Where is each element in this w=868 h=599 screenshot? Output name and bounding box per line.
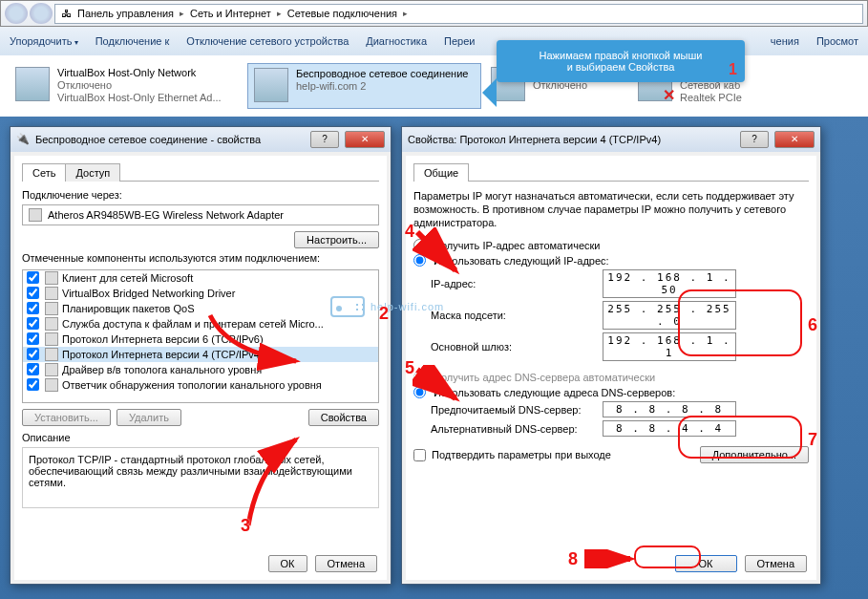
annotation-number: 2: [379, 304, 389, 324]
annotation-arrow: [584, 549, 637, 568]
annotation-oval: [634, 546, 701, 568]
tab-network[interactable]: Сеть: [22, 163, 66, 182]
annotation-number: 1: [729, 61, 737, 78]
connect-to-button[interactable]: Подключение к: [95, 35, 170, 47]
annotation-number: 3: [241, 516, 250, 536]
adapter-name: Atheros AR9485WB-EG Wireless Network Ada…: [48, 209, 284, 221]
annotation-arrow: [191, 306, 382, 392]
connection-device: help-wifi.com 2: [296, 80, 468, 93]
uninstall-button[interactable]: Удалить: [116, 409, 181, 426]
ok-button[interactable]: ОК: [268, 555, 307, 572]
component-icon: [45, 302, 58, 315]
component-label: Планировщик пакетов QoS: [62, 303, 195, 314]
annotation-tooltip: Нажимаем правой кнопкой мыши и выбираем …: [497, 40, 745, 82]
component-icon: [45, 332, 58, 346]
crumb[interactable]: Панель управления: [75, 8, 176, 19]
annotation-number: 4: [405, 222, 414, 242]
tab-access[interactable]: Доступ: [65, 163, 120, 182]
adapter-icon: [29, 208, 42, 222]
gateway-label: Основной шлюз:: [431, 341, 603, 353]
component-icon: [45, 378, 58, 392]
component-icon: [45, 363, 58, 376]
connection-title: VirtualBox Host-Only Network: [57, 67, 222, 79]
nav-forward-button[interactable]: [30, 3, 53, 24]
configure-button[interactable]: Настроить...: [294, 231, 379, 248]
connection-item[interactable]: VirtualBox Host-Only Network Отключено V…: [10, 63, 243, 109]
close-button[interactable]: ✕: [345, 131, 385, 148]
nav-back-button[interactable]: [5, 3, 28, 24]
component-label: Клиент для сетей Microsoft: [62, 272, 193, 284]
component-checkbox[interactable]: [27, 332, 39, 345]
dialog-title: Свойства: Протокол Интернета версии 4 (T…: [408, 134, 661, 145]
component-icon: [45, 348, 58, 361]
components-label: Отмеченные компоненты используются этим …: [22, 252, 379, 264]
close-button[interactable]: ✕: [774, 131, 815, 148]
rename-button-partial[interactable]: Переи: [444, 35, 475, 47]
component-icon: [45, 287, 58, 300]
help-button[interactable]: ?: [310, 131, 339, 148]
dialog-title-bar: 🔌 Беспроводное сетевое соединение - свой…: [11, 127, 391, 152]
component-checkbox[interactable]: [27, 363, 39, 375]
dialog-title: Беспроводное сетевое соединение - свойст…: [35, 134, 261, 145]
ip-note: Параметры IP могут назначаться автоматич…: [413, 189, 809, 230]
address-bar: 🖧 Панель управления▸ Сеть и Интернет▸ Се…: [0, 0, 868, 27]
folder-icon: 🖧: [61, 8, 72, 19]
cancel-button[interactable]: Отмена: [315, 555, 377, 572]
connection-device: Realtek PCIe: [680, 92, 742, 104]
organize-menu[interactable]: Упорядочить: [10, 35, 78, 47]
annotation-number: 5: [405, 358, 414, 378]
component-checkbox[interactable]: [27, 287, 39, 299]
connection-item-selected[interactable]: Беспроводное сетевое соединение help-wif…: [247, 63, 481, 109]
connection-status: Отключено: [57, 79, 222, 92]
crumb[interactable]: Сеть и Интернет: [188, 8, 273, 19]
tooltip-line: Нажимаем правой кнопкой мыши: [508, 50, 733, 61]
view-button-partial[interactable]: Просмот: [816, 35, 858, 47]
annotation-number: 6: [808, 315, 817, 335]
mask-label: Маска подсети:: [431, 310, 603, 321]
annotation-arrow: [413, 365, 470, 408]
network-icon: [15, 67, 50, 101]
connection-title: Беспроводное сетевое соединение: [296, 68, 468, 80]
confirm-exit-checkbox[interactable]: [413, 449, 426, 461]
connection-device: VirtualBox Host-Only Ethernet Ad...: [57, 92, 222, 104]
tooltip-line: и выбираем Свойства: [508, 61, 733, 73]
component-icon: [45, 317, 58, 331]
wifi-icon: [254, 68, 288, 102]
change-button-partial[interactable]: чения: [771, 35, 799, 47]
component-label: VirtualBox Bridged Networking Driver: [62, 288, 235, 299]
confirm-exit-label: Подтвердить параметры при выходе: [432, 449, 611, 460]
annotation-number: 7: [808, 430, 817, 450]
diagnose-button[interactable]: Диагностика: [366, 35, 427, 47]
help-button[interactable]: ?: [740, 131, 769, 148]
component-icon: [45, 271, 58, 285]
component-checkbox[interactable]: [27, 317, 39, 330]
annotation-oval: [678, 289, 802, 356]
properties-button[interactable]: Свойства: [308, 409, 379, 426]
annotation-oval: [678, 416, 802, 459]
install-button[interactable]: Установить...: [22, 409, 111, 426]
crumb[interactable]: Сетевые подключения: [286, 8, 399, 19]
annotation-arrow: [191, 430, 325, 535]
component-checkbox[interactable]: [27, 348, 39, 360]
annotation-arrow: [413, 227, 470, 285]
dns2-label: Альтернативный DNS-сервер:: [431, 423, 603, 435]
tab-general[interactable]: Общие: [413, 163, 469, 182]
breadcrumb[interactable]: 🖧 Панель управления▸ Сеть и Интернет▸ Се…: [54, 4, 863, 24]
component-checkbox[interactable]: [27, 378, 39, 391]
component-checkbox[interactable]: [27, 271, 39, 284]
adapter-field: Atheros AR9485WB-EG Wireless Network Ada…: [22, 204, 379, 225]
cancel-button[interactable]: Отмена: [745, 555, 807, 572]
component-checkbox[interactable]: [27, 302, 39, 314]
dialog-title-bar: Свойства: Протокол Интернета версии 4 (T…: [402, 127, 820, 152]
annotation-number: 8: [568, 549, 578, 569]
connect-via-label: Подключение через:: [22, 189, 379, 201]
disable-device-button[interactable]: Отключение сетевого устройства: [186, 35, 349, 47]
dialog-icon: 🔌: [16, 133, 30, 145]
